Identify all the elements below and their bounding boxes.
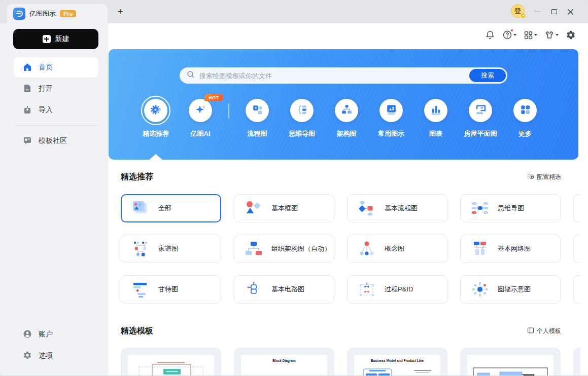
partial-card[interactable]	[573, 194, 580, 222]
sidebar-item-import[interactable]: 导入	[14, 100, 98, 120]
partial-card[interactable]	[573, 235, 580, 263]
category-mindmap[interactable]: 思维导图	[280, 99, 324, 138]
partial-card[interactable]	[573, 348, 580, 376]
templates-section-header: 精选模板 个人模板	[121, 326, 561, 336]
sidebar-item-label: 导入	[39, 105, 53, 115]
template-card-radial-diagram[interactable]: 圆辐示意图	[460, 275, 561, 304]
import-icon	[23, 105, 32, 116]
category-common-diagrams[interactable]: 常用图示	[369, 99, 413, 138]
template-card-mindmap[interactable]: 思维导图	[460, 194, 561, 222]
category-architecture[interactable]: 架构图	[324, 99, 369, 138]
theme-shirt-icon[interactable]	[544, 30, 559, 40]
category-label: 房屋平面图	[464, 129, 497, 138]
preview-diagram	[467, 355, 554, 376]
options-gear-icon	[23, 351, 32, 361]
category-label: 精选推荐	[143, 129, 169, 138]
sidebar-divider	[15, 125, 97, 126]
category-featured[interactable]: 精选推荐	[133, 99, 178, 138]
content: 精选推荐 配置精选 全部 基本框图	[121, 160, 561, 376]
sidebar-footer: 账户 选项	[14, 324, 98, 367]
personal-templates-label: 个人模板	[537, 327, 561, 335]
template-card-basic-block[interactable]: 基本框图	[234, 194, 334, 222]
maximize-button[interactable]	[546, 6, 562, 17]
community-icon	[23, 136, 32, 146]
template-card-family-tree[interactable]: 家谱图	[121, 235, 221, 263]
category-label: 更多	[518, 129, 532, 138]
hero-banner: 搜索 精选推荐 亿图AI HOT 流程图	[109, 49, 578, 160]
minimize-button[interactable]	[530, 6, 545, 17]
template-card-gantt[interactable]: 甘特图	[121, 275, 221, 304]
template-card-basic-circuit[interactable]: 基本电路图	[234, 275, 334, 304]
search-icon	[187, 70, 195, 81]
sidebar-item-account[interactable]: 账户	[14, 324, 98, 345]
notification-bell-icon[interactable]	[485, 30, 495, 40]
app-tab[interactable]: 亿图图示 Pro	[7, 4, 108, 23]
featured-badge-icon	[150, 103, 162, 118]
more-grid-icon	[519, 103, 532, 118]
close-button[interactable]	[563, 6, 578, 17]
mindmap-card-icon	[471, 200, 489, 216]
template-card-process-pid[interactable]: 过程P&ID	[347, 275, 447, 304]
avatar[interactable]: 登	[511, 4, 525, 18]
sidebar-item-label: 选项	[39, 351, 53, 360]
template-card-all[interactable]: 全部	[121, 194, 221, 222]
sidebar: 新建 首页 打开 导入 模板社区	[0, 23, 108, 376]
featured-section-header: 精选推荐 配置精选	[121, 172, 561, 182]
card-label: 基本网络图	[498, 244, 531, 253]
preview-diagram	[354, 355, 440, 376]
category-flowchart[interactable]: 流程图	[235, 99, 280, 138]
app-logo-icon	[13, 8, 25, 20]
template-card-basic-flowchart[interactable]: 基本流程图	[347, 194, 447, 222]
flowchart-icon	[251, 103, 264, 118]
home-icon	[23, 62, 32, 73]
category-label: 思维导图	[289, 129, 315, 138]
new-document-button[interactable]: 新建	[13, 29, 98, 49]
category-more[interactable]: 更多	[503, 99, 547, 138]
template-preview[interactable]	[460, 348, 561, 376]
vip-badge-icon	[520, 13, 526, 19]
all-templates-icon	[131, 200, 150, 216]
template-preview[interactable]: Business Model and Product Line	[347, 348, 447, 376]
sidebar-item-home[interactable]: 首页	[14, 57, 98, 78]
new-tab-button[interactable]: +	[114, 5, 127, 18]
template-card-concept-map[interactable]: 概念图	[347, 235, 447, 263]
search-button[interactable]: 搜索	[469, 69, 506, 82]
category-ai[interactable]: 亿图AI HOT	[178, 99, 223, 138]
template-previews: Block Diagram Business Model and Product…	[121, 348, 561, 376]
help-icon[interactable]	[502, 30, 516, 40]
configure-icon	[527, 172, 534, 181]
configure-featured-button[interactable]: 配置精选	[527, 172, 561, 181]
sidebar-nav: 首页 打开 导入 模板社区	[14, 57, 98, 152]
card-label: 甘特图	[158, 285, 178, 294]
common-diagram-icon	[385, 103, 398, 118]
category-label: 图表	[429, 129, 442, 138]
category-row: 精选推荐 亿图AI HOT 流程图 思维导图	[133, 99, 547, 138]
sidebar-item-label: 账户	[39, 330, 53, 339]
partial-card[interactable]	[573, 275, 580, 304]
search-bar[interactable]: 搜索	[180, 67, 507, 84]
category-label: 流程图	[248, 129, 267, 138]
template-card-basic-network[interactable]: 基本网络图	[460, 235, 561, 263]
search-input[interactable]	[199, 72, 469, 80]
settings-gear-icon[interactable]	[566, 30, 576, 40]
category-label: 架构图	[337, 129, 357, 138]
category-floorplan[interactable]: 房屋平面图	[458, 99, 503, 138]
pid-icon	[358, 281, 376, 297]
sidebar-item-template-community[interactable]: 模板社区	[14, 131, 98, 151]
app-window: 亿图图示 Pro + 登 新建 首页	[0, 0, 588, 376]
apps-grid-icon[interactable]	[524, 30, 537, 40]
circuit-icon	[245, 281, 263, 297]
template-preview[interactable]	[121, 348, 221, 376]
mindmap-icon	[296, 103, 308, 118]
sidebar-item-open[interactable]: 打开	[14, 79, 98, 99]
configure-label: 配置精选	[537, 173, 561, 181]
template-card-org-chart-auto[interactable]: 组织架构图（自动）	[234, 235, 334, 263]
personal-templates-button[interactable]: 个人模板	[527, 327, 561, 335]
template-preview[interactable]: Block Diagram	[234, 348, 334, 376]
pro-badge: Pro	[60, 10, 76, 17]
category-charts[interactable]: 图表	[413, 99, 458, 138]
preview-diagram	[241, 355, 327, 376]
card-label: 家谱图	[158, 244, 178, 253]
sidebar-item-options[interactable]: 选项	[14, 346, 98, 366]
card-label: 过程P&ID	[385, 285, 413, 294]
